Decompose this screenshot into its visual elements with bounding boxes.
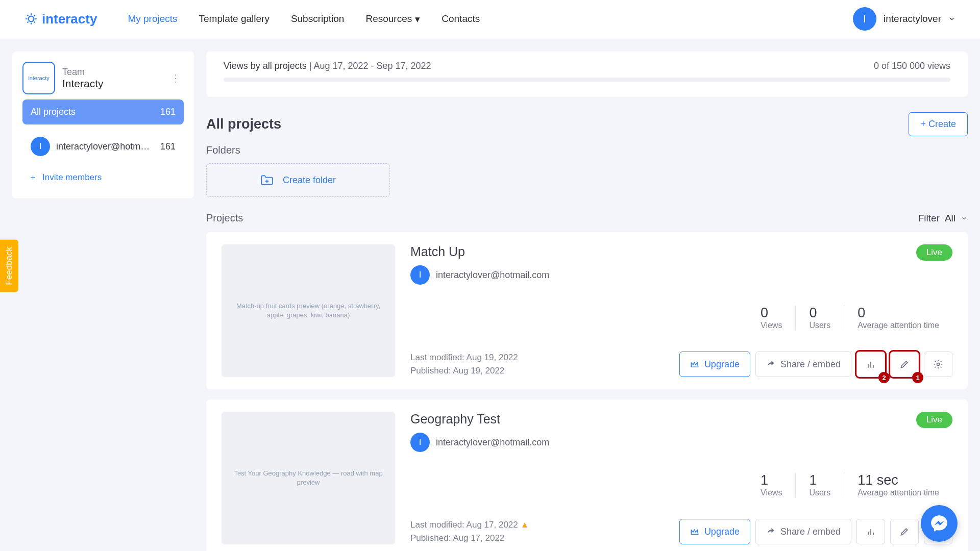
- member-email: interactylover@hotmail.co…: [56, 141, 154, 152]
- nav-my-projects[interactable]: My projects: [128, 13, 177, 24]
- sidebar-item-member[interactable]: I interactylover@hotmail.co… 161: [22, 130, 184, 163]
- analytics-button[interactable]: [856, 519, 885, 544]
- team-card: interacty Team Interacty ⋮ All projects …: [12, 52, 194, 198]
- user-name: interactylover: [884, 13, 941, 24]
- team-logo: interacty: [22, 62, 55, 94]
- plus-icon: ＋: [29, 171, 37, 183]
- folders-heading: Folders: [206, 144, 968, 156]
- crown-icon: [690, 528, 699, 535]
- page-title: All projects: [206, 116, 281, 132]
- svg-line-8: [34, 15, 35, 16]
- pencil-icon: [899, 359, 910, 369]
- settings-button[interactable]: [924, 352, 952, 377]
- team-name: Interacty: [62, 78, 104, 90]
- analytics-button[interactable]: 2: [856, 352, 885, 377]
- chevron-down-icon: [948, 15, 955, 22]
- edit-button[interactable]: [890, 519, 919, 544]
- project-meta: Last modified: Aug 17, 2022 ▲ Published:…: [410, 518, 529, 544]
- project-stats: 0Views 0Users 0Average attention time: [747, 305, 952, 330]
- owner-avatar: I: [410, 433, 430, 452]
- nav-contacts[interactable]: Contacts: [442, 13, 480, 24]
- share-embed-button[interactable]: Share / embed: [755, 519, 851, 544]
- share-icon: [766, 527, 775, 536]
- project-card: Test Your Geography Knowledge — road wit…: [206, 399, 968, 551]
- share-icon: [766, 360, 775, 369]
- header-user[interactable]: I interactylover: [853, 7, 955, 31]
- nav-template-gallery[interactable]: Template gallery: [199, 13, 270, 24]
- status-badge: Live: [916, 244, 952, 261]
- brand-text: interacty: [42, 11, 97, 27]
- callout-badge: 2: [878, 372, 890, 383]
- main-nav: My projects Template gallery Subscriptio…: [128, 13, 480, 25]
- messenger-icon: [929, 514, 949, 533]
- svg-point-14: [937, 363, 940, 366]
- views-label: Views by all projects | Aug 17, 2022 - S…: [224, 61, 431, 71]
- team-label: Team: [62, 67, 104, 78]
- sidebar: interacty Team Interacty ⋮ All projects …: [12, 52, 194, 551]
- main-content: Views by all projects | Aug 17, 2022 - S…: [206, 52, 968, 551]
- create-folder-button[interactable]: Create folder: [206, 163, 390, 197]
- team-more-icon[interactable]: ⋮: [167, 69, 184, 87]
- crown-icon: [690, 361, 699, 368]
- feedback-tab[interactable]: Feedback: [0, 240, 18, 292]
- gear-icon: [933, 359, 943, 369]
- caret-down-icon: ▾: [415, 13, 420, 25]
- views-progress-bar: [224, 78, 950, 82]
- sidebar-invite-members[interactable]: ＋ Invite members: [22, 163, 184, 188]
- project-owner: I interactylover@hotmail.com: [410, 265, 549, 285]
- chevron-down-icon: [961, 215, 968, 222]
- svg-line-7: [27, 21, 28, 22]
- create-project-button[interactable]: + Create: [909, 112, 968, 136]
- warning-icon: ▲: [521, 520, 529, 530]
- avatar: I: [853, 7, 876, 31]
- bar-chart-icon: [866, 527, 876, 537]
- views-count: 0 of 150 000 views: [874, 61, 950, 71]
- svg-point-0: [29, 16, 34, 22]
- bar-chart-icon: [866, 359, 876, 369]
- upgrade-button[interactable]: Upgrade: [679, 352, 750, 377]
- svg-line-6: [34, 21, 35, 22]
- callout-badge: 1: [912, 372, 923, 383]
- brand-logo[interactable]: interacty: [24, 11, 97, 27]
- project-thumbnail[interactable]: Test Your Geography Knowledge — road wit…: [222, 412, 395, 544]
- header: interacty My projects Template gallery S…: [0, 0, 980, 38]
- project-meta: Last modified: Aug 19, 2022 Published: A…: [410, 351, 518, 377]
- nav-subscription[interactable]: Subscription: [291, 13, 345, 24]
- project-stats: 1Views 1Users 11 secAverage attention ti…: [747, 472, 952, 497]
- logo-icon: [24, 12, 38, 26]
- upgrade-button[interactable]: Upgrade: [679, 519, 750, 544]
- project-actions: Upgrade Share / embed: [679, 519, 952, 544]
- member-avatar: I: [31, 137, 50, 156]
- sidebar-item-all-projects[interactable]: All projects 161: [22, 99, 184, 124]
- nav-resources[interactable]: Resources ▾: [365, 13, 420, 25]
- edit-button[interactable]: 1: [890, 352, 919, 377]
- folder-plus-icon: [260, 174, 274, 186]
- project-actions: Upgrade Share / embed 2 1: [679, 352, 952, 377]
- messenger-button[interactable]: [921, 505, 958, 542]
- project-owner: I interactylover@hotmail.com: [410, 433, 549, 452]
- project-title[interactable]: Geography Test: [410, 412, 549, 427]
- project-title[interactable]: Match Up: [410, 244, 549, 259]
- project-thumbnail[interactable]: Match-up fruit cards preview (orange, st…: [222, 244, 395, 377]
- pencil-icon: [899, 527, 910, 537]
- owner-avatar: I: [410, 265, 430, 285]
- projects-heading: Projects: [206, 212, 243, 224]
- status-badge: Live: [916, 412, 952, 428]
- project-card: Match-up fruit cards preview (orange, st…: [206, 232, 968, 389]
- share-embed-button[interactable]: Share / embed: [755, 352, 851, 377]
- projects-filter[interactable]: Filter All: [918, 213, 968, 224]
- svg-line-5: [27, 15, 28, 16]
- views-panel: Views by all projects | Aug 17, 2022 - S…: [206, 52, 968, 97]
